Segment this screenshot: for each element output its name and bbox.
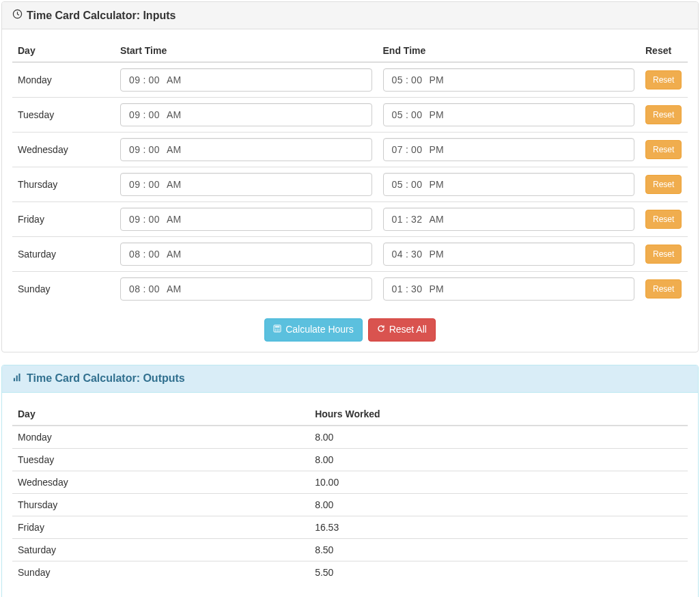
start-min: 00 <box>148 283 160 294</box>
reset-label: Reset <box>653 249 674 260</box>
reset-row-button[interactable]: Reset <box>645 140 682 160</box>
day-label: Tuesday <box>12 98 115 133</box>
outputs-panel-body: Day Hours Worked Monday8.00Tuesday8.00We… <box>2 393 698 597</box>
calculate-hours-button[interactable]: Calculate Hours <box>264 318 363 342</box>
table-row: Tuesday8.00 <box>12 448 688 471</box>
table-row: Sunday5.50 <box>12 561 688 583</box>
hours-value: 8.00 <box>309 493 688 516</box>
end-hour: 05 <box>392 74 404 85</box>
start-ampm: AM <box>167 214 181 225</box>
start-hour: 08 <box>129 283 141 294</box>
day-label: Friday <box>12 202 115 237</box>
table-row: Thursday09:00AM05:00PMReset <box>12 167 688 202</box>
start-hour: 09 <box>129 144 141 155</box>
start-ampm: AM <box>167 144 181 155</box>
calculator-icon <box>273 323 281 337</box>
start-ampm: AM <box>167 74 181 85</box>
start-min: 00 <box>148 74 160 85</box>
end-time-input[interactable]: 01:30PM <box>383 277 635 301</box>
start-min: 00 <box>148 249 160 260</box>
table-row: Thursday8.00 <box>12 493 688 516</box>
svg-rect-9 <box>14 378 15 381</box>
table-row: Friday09:00AM01:32AMReset <box>12 202 688 237</box>
end-time-input[interactable]: 01:32AM <box>383 208 635 231</box>
end-time-input[interactable]: 05:00PM <box>383 68 635 92</box>
header-reset: Reset <box>640 40 688 62</box>
table-row: Saturday8.50 <box>12 538 688 561</box>
end-time-input[interactable]: 05:00PM <box>383 103 635 126</box>
reset-all-button[interactable]: Reset All <box>368 318 436 342</box>
start-time-input[interactable]: 08:00AM <box>120 277 372 301</box>
outputs-panel: Time Card Calculator: Outputs Day Hours … <box>1 365 699 597</box>
table-row: Sunday08:00AM01:30PMReset <box>12 272 688 307</box>
day-label: Friday <box>12 516 309 538</box>
reset-row-button[interactable]: Reset <box>645 105 682 125</box>
end-min: 30 <box>411 249 423 260</box>
end-ampm: PM <box>430 109 444 120</box>
start-hour: 08 <box>129 249 141 260</box>
outputs-title: Time Card Calculator: Outputs <box>27 372 185 385</box>
svg-point-4 <box>277 329 278 330</box>
day-label: Saturday <box>12 538 309 561</box>
start-time-input[interactable]: 09:00AM <box>120 68 372 92</box>
end-ampm: PM <box>430 283 444 294</box>
day-label: Wednesday <box>12 133 115 167</box>
reset-label: Reset <box>653 144 674 156</box>
end-hour: 01 <box>392 283 404 294</box>
end-time-input[interactable]: 04:30PM <box>383 242 635 266</box>
reset-row-button[interactable]: Reset <box>645 279 682 299</box>
header-end-time: End Time <box>378 40 641 62</box>
start-time-input[interactable]: 09:00AM <box>120 208 372 231</box>
table-row: Wednesday09:00AM07:00PMReset <box>12 133 688 167</box>
end-hour: 01 <box>392 214 404 225</box>
end-min: 32 <box>411 214 423 225</box>
svg-point-3 <box>275 329 277 330</box>
start-ampm: AM <box>167 283 181 294</box>
start-hour: 09 <box>129 74 141 85</box>
header-day: Day <box>12 40 115 62</box>
outputs-panel-heading: Time Card Calculator: Outputs <box>2 365 698 393</box>
end-min: 30 <box>411 283 423 294</box>
start-time-input[interactable]: 09:00AM <box>120 138 372 161</box>
svg-point-7 <box>277 331 278 332</box>
reset-row-button[interactable]: Reset <box>645 70 682 90</box>
end-min: 00 <box>411 109 423 120</box>
table-row: Tuesday09:00AM05:00PMReset <box>12 98 688 133</box>
hours-value: 8.00 <box>309 448 688 471</box>
day-label: Monday <box>12 62 115 98</box>
hours-value: 8.00 <box>309 426 688 449</box>
hours-value: 8.50 <box>309 538 688 561</box>
end-time-input[interactable]: 05:00PM <box>383 173 635 196</box>
inputs-title: Time Card Calculator: Inputs <box>27 10 176 22</box>
end-min: 00 <box>411 74 423 85</box>
inputs-panel-heading: Time Card Calculator: Inputs <box>2 2 698 29</box>
reset-row-button[interactable]: Reset <box>645 175 682 195</box>
table-row: Wednesday10.00 <box>12 471 688 493</box>
reset-label: Reset <box>653 214 674 225</box>
start-time-input[interactable]: 09:00AM <box>120 173 372 196</box>
end-time-input[interactable]: 07:00PM <box>383 138 635 161</box>
day-label: Sunday <box>12 561 309 583</box>
reset-all-label: Reset All <box>389 323 427 337</box>
start-time-input[interactable]: 09:00AM <box>120 103 372 126</box>
day-label: Sunday <box>12 272 115 307</box>
end-min: 00 <box>411 144 423 155</box>
svg-rect-10 <box>16 375 18 380</box>
svg-rect-11 <box>18 373 20 380</box>
start-ampm: AM <box>167 109 181 120</box>
end-hour: 07 <box>392 144 404 155</box>
start-time-input[interactable]: 08:00AM <box>120 242 372 266</box>
reset-label: Reset <box>653 283 674 295</box>
end-min: 00 <box>411 179 423 190</box>
end-ampm: PM <box>430 249 444 260</box>
hours-value: 5.50 <box>309 561 688 583</box>
end-ampm: PM <box>430 179 444 190</box>
start-hour: 09 <box>129 179 141 190</box>
table-row: Saturday08:00AM04:30PMReset <box>12 237 688 272</box>
inputs-table: Day Start Time End Time Reset Monday09:0… <box>12 40 688 306</box>
svg-point-6 <box>275 331 277 332</box>
reset-row-button[interactable]: Reset <box>645 210 682 230</box>
end-hour: 05 <box>392 109 404 120</box>
svg-rect-2 <box>275 327 280 328</box>
reset-row-button[interactable]: Reset <box>645 245 682 264</box>
